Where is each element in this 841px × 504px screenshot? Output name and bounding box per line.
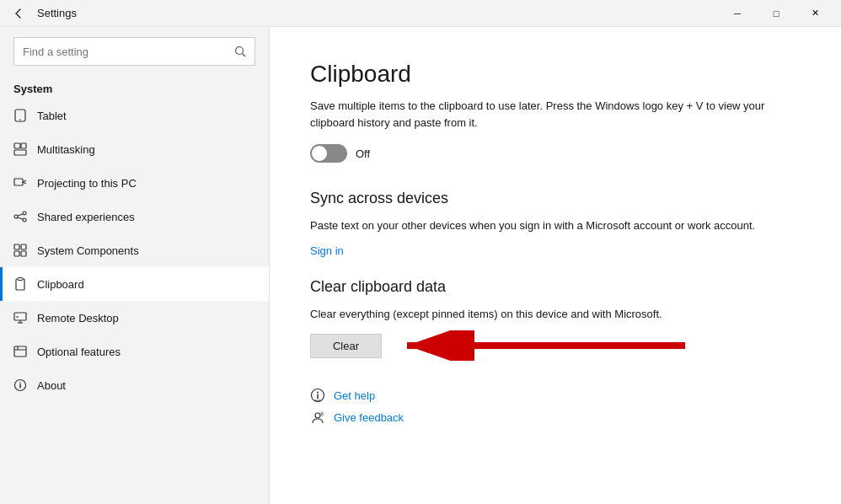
minimize-button[interactable]: ─ bbox=[718, 0, 757, 27]
multitasking-icon bbox=[13, 142, 27, 156]
svg-rect-16 bbox=[21, 244, 26, 249]
toggle-row: Off bbox=[310, 144, 801, 163]
sidebar-item-remote[interactable]: Remote Desktop bbox=[0, 301, 269, 335]
search-box[interactable] bbox=[13, 37, 255, 66]
back-icon bbox=[13, 8, 24, 19]
clear-button[interactable]: Clear bbox=[310, 334, 382, 358]
svg-rect-4 bbox=[14, 143, 20, 148]
search-icon bbox=[234, 46, 246, 57]
search-input[interactable] bbox=[23, 46, 234, 58]
content-area: Clipboard Save multiple items to the cli… bbox=[270, 27, 841, 504]
svg-rect-18 bbox=[21, 251, 26, 256]
sidebar-label-about: About bbox=[37, 379, 66, 392]
get-help-icon bbox=[310, 388, 325, 403]
sidebar-label-projecting: Projecting to this PC bbox=[37, 177, 137, 190]
maximize-button[interactable]: □ bbox=[757, 0, 795, 27]
svg-rect-25 bbox=[14, 346, 26, 357]
sidebar-item-components[interactable]: System Components bbox=[0, 233, 269, 267]
svg-rect-21 bbox=[14, 313, 26, 320]
sidebar-item-projecting[interactable]: Projecting to this PC bbox=[0, 166, 269, 200]
app-title: Settings bbox=[37, 7, 77, 19]
toggle-state-label: Off bbox=[356, 147, 370, 160]
svg-point-30 bbox=[19, 382, 21, 383]
sidebar-item-about[interactable]: About bbox=[0, 368, 269, 402]
sidebar-item-optional[interactable]: Optional features bbox=[0, 335, 269, 368]
svg-line-13 bbox=[18, 214, 23, 216]
remote-icon bbox=[13, 311, 27, 324]
svg-line-1 bbox=[243, 54, 246, 57]
svg-point-3 bbox=[19, 119, 21, 121]
clear-desc: Clear everything (except pinned items) o… bbox=[310, 306, 801, 323]
sidebar-item-tablet[interactable]: Tablet bbox=[0, 99, 269, 132]
svg-point-11 bbox=[23, 212, 26, 215]
sidebar-label-tablet: Tablet bbox=[37, 110, 67, 122]
sidebar-label-components: System Components bbox=[37, 244, 139, 257]
svg-rect-15 bbox=[14, 244, 19, 249]
clear-row: Clear bbox=[310, 330, 801, 361]
arrow-container bbox=[390, 330, 694, 361]
svg-point-10 bbox=[14, 215, 18, 218]
sync-section-title: Sync across devices bbox=[310, 190, 801, 207]
sidebar-label-clipboard: Clipboard bbox=[37, 278, 84, 291]
components-icon bbox=[13, 244, 27, 257]
svg-point-12 bbox=[23, 218, 26, 222]
svg-rect-7 bbox=[14, 179, 23, 185]
titlebar: Settings ─ □ ✕ bbox=[0, 0, 841, 27]
sidebar-label-remote: Remote Desktop bbox=[37, 312, 119, 324]
help-section: Get help Give feedback bbox=[310, 388, 801, 425]
shared-icon bbox=[13, 210, 27, 223]
svg-rect-17 bbox=[14, 251, 19, 256]
svg-line-14 bbox=[18, 217, 23, 219]
svg-point-39 bbox=[322, 416, 323, 416]
sidebar-item-shared[interactable]: Shared experiences bbox=[0, 200, 269, 233]
get-help-item[interactable]: Get help bbox=[310, 388, 801, 403]
sidebar-heading: System bbox=[0, 76, 269, 99]
sidebar: System Tablet Multitasking Projecting to… bbox=[0, 27, 270, 504]
tablet-icon bbox=[13, 109, 27, 122]
clear-section-title: Clear clipboard data bbox=[310, 278, 801, 296]
optional-icon bbox=[13, 345, 27, 358]
get-help-link[interactable]: Get help bbox=[334, 389, 375, 402]
svg-point-0 bbox=[236, 47, 244, 55]
clipboard-desc: Save multiple items to the clipboard to … bbox=[310, 98, 801, 131]
close-button[interactable]: ✕ bbox=[795, 0, 834, 27]
toggle-knob bbox=[312, 146, 327, 161]
feedback-item[interactable]: Give feedback bbox=[310, 410, 801, 425]
sidebar-item-clipboard[interactable]: Clipboard bbox=[0, 267, 269, 301]
clipboard-history-toggle[interactable] bbox=[310, 144, 347, 163]
clipboard-icon bbox=[13, 277, 27, 291]
svg-rect-5 bbox=[21, 143, 26, 148]
main-layout: System Tablet Multitasking Projecting to… bbox=[0, 27, 841, 504]
feedback-link[interactable]: Give feedback bbox=[334, 411, 404, 424]
svg-point-34 bbox=[317, 392, 319, 394]
sidebar-label-shared: Shared experiences bbox=[37, 211, 135, 223]
window-controls: ─ □ ✕ bbox=[718, 0, 834, 27]
back-button[interactable] bbox=[7, 2, 30, 25]
red-arrow bbox=[390, 330, 694, 361]
project-icon bbox=[13, 176, 27, 190]
sidebar-label-optional: Optional features bbox=[37, 346, 121, 358]
sync-desc: Paste text on your other devices when yo… bbox=[310, 217, 801, 234]
svg-rect-6 bbox=[14, 150, 26, 155]
svg-rect-20 bbox=[18, 278, 23, 281]
page-title: Clipboard bbox=[310, 61, 801, 88]
sign-in-link[interactable]: Sign in bbox=[310, 244, 344, 257]
svg-line-9 bbox=[23, 182, 26, 184]
about-icon bbox=[13, 378, 27, 392]
sidebar-label-multitasking: Multitasking bbox=[37, 143, 95, 156]
feedback-icon bbox=[310, 410, 325, 425]
sidebar-item-multitasking[interactable]: Multitasking bbox=[0, 132, 269, 166]
